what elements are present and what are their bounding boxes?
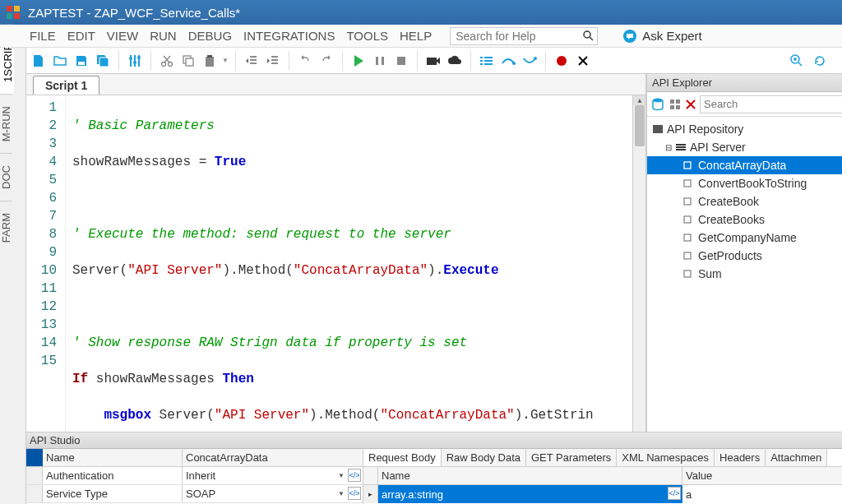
tab-get-params[interactable]: GET Parameters (526, 449, 617, 466)
expand-icon[interactable]: ⊟ (665, 143, 672, 152)
tab-doc[interactable]: DOC (0, 153, 12, 201)
grid-view-icon[interactable] (669, 98, 682, 111)
separator (118, 51, 119, 71)
copy-icon[interactable] (179, 52, 197, 70)
api-studio-panel: API Studio Name ConcatArrayData Authenti… (26, 432, 842, 504)
svg-rect-19 (186, 58, 193, 66)
svg-rect-56 (684, 180, 691, 187)
menu-run[interactable]: RUN (150, 29, 177, 43)
menu-view[interactable]: VIEW (107, 29, 138, 43)
record-icon[interactable] (553, 52, 571, 70)
outdent-icon[interactable] (243, 52, 261, 70)
svg-rect-45 (670, 99, 674, 104)
property-row-service-type[interactable]: Service Type SOAP▼</> (26, 485, 363, 503)
title-bar: ZAPTEST - ZAP_WCF_Service_Calls* (0, 0, 842, 25)
tree-node-method[interactable]: CreateBook (647, 192, 842, 210)
api-studio-title: API Studio (26, 432, 842, 449)
tab-raw-body[interactable]: Raw Body Data (442, 449, 526, 466)
menu-debug[interactable]: DEBUG (188, 29, 232, 43)
scroll-up-icon[interactable]: ▲ (633, 95, 645, 105)
sliders-icon[interactable] (126, 52, 144, 70)
tree-node-repository[interactable]: API Repository (647, 120, 842, 138)
tree-node-server[interactable]: ⊟ API Server (647, 138, 842, 156)
property-name-header: Name (43, 449, 183, 466)
camera-icon[interactable] (424, 52, 442, 70)
svg-rect-57 (684, 198, 691, 205)
tree-node-method[interactable]: GetCompanyName (647, 229, 842, 247)
redo-icon[interactable] (317, 52, 335, 70)
stop-icon[interactable] (392, 52, 410, 70)
edit-icon[interactable]: </> (348, 469, 361, 482)
api-search-input[interactable] (700, 95, 842, 113)
help-search-box[interactable] (450, 27, 598, 45)
new-file-icon[interactable] (30, 52, 48, 70)
vertical-scrollbar[interactable]: ▲ ▼ (632, 95, 645, 471)
property-row-authentication[interactable]: Authentication Inherit▼</> (26, 467, 363, 485)
server-icon (675, 143, 687, 151)
pause-icon[interactable] (371, 52, 389, 70)
save-icon[interactable] (72, 52, 90, 70)
separator (342, 51, 343, 71)
undo-icon[interactable] (296, 52, 314, 70)
paste-icon[interactable] (201, 52, 219, 70)
menu-tools[interactable]: TOOLS (346, 29, 388, 43)
left-vertical-tabs: 1SCRIPT M-RUN DOC FARM (0, 25, 26, 504)
cut-icon[interactable] (158, 52, 176, 70)
dropdown-icon[interactable]: ▼ (336, 469, 346, 482)
tab-farm[interactable]: FARM (0, 201, 12, 254)
tab-attachments[interactable]: Attachmen (766, 449, 827, 466)
menu-edit[interactable]: EDIT (67, 29, 95, 43)
method-icon (683, 252, 692, 260)
menu-integrations[interactable]: INTEGRATIONS (243, 29, 335, 43)
tree-node-method[interactable]: GetProducts (647, 247, 842, 265)
dropdown-icon[interactable]: ▼ (336, 487, 346, 500)
delete-icon[interactable] (685, 99, 696, 110)
property-selector[interactable] (26, 449, 43, 466)
tree-node-method[interactable]: ConvertBookToString (647, 174, 842, 192)
tab-xml-namespaces[interactable]: XML Namespaces (617, 449, 715, 466)
ask-expert-button[interactable]: Ask Expert (622, 29, 702, 44)
request-row[interactable]: ▸ array.a:string</> a (363, 485, 842, 503)
code-content[interactable]: ' Basic Parameters showRawMessages = Tru… (66, 95, 632, 471)
request-value-header: Value (682, 467, 842, 484)
tree-node-method[interactable]: ConcatArrayData (647, 156, 842, 174)
api-tree[interactable]: API Repository ⊟ API Server ConcatArrayD… (647, 117, 842, 484)
cloud-icon[interactable] (446, 52, 464, 70)
svg-rect-29 (382, 57, 384, 65)
tab-mrun[interactable]: M-RUN (0, 94, 12, 153)
step-out-icon[interactable] (520, 52, 539, 70)
step-over-icon[interactable] (499, 52, 517, 70)
search-icon[interactable] (582, 30, 594, 41)
svg-rect-7 (78, 62, 85, 65)
run-icon[interactable] (349, 52, 368, 70)
database-icon[interactable] (650, 97, 665, 112)
code-editor[interactable]: 123456789101112131415 ' Basic Parameters… (26, 95, 645, 471)
tree-node-method[interactable]: CreateBooks (647, 210, 842, 229)
svg-line-41 (798, 62, 802, 66)
indent-icon[interactable] (264, 52, 282, 70)
svg-rect-61 (684, 270, 691, 277)
svg-rect-55 (684, 162, 691, 169)
menu-file[interactable]: FILE (30, 29, 56, 43)
step-list-icon[interactable] (478, 52, 496, 70)
open-folder-icon[interactable] (51, 52, 69, 70)
zoom-in-icon[interactable] (788, 52, 806, 70)
help-search-input[interactable] (456, 28, 583, 44)
svg-point-12 (133, 61, 136, 64)
api-explorer-title: API Explorer (647, 74, 842, 92)
save-all-icon[interactable] (94, 52, 112, 70)
toolbar: ▼ (0, 48, 842, 74)
menu-help[interactable]: HELP (400, 29, 432, 43)
edit-icon[interactable]: </> (668, 487, 681, 500)
cancel-icon[interactable] (574, 52, 592, 70)
tab-headers[interactable]: Headers (715, 449, 766, 466)
script-tab-1[interactable]: Script 1 (33, 76, 99, 95)
edit-icon[interactable]: </> (348, 487, 361, 500)
refresh-icon[interactable] (811, 52, 829, 70)
separator (417, 51, 418, 71)
svg-rect-30 (397, 57, 405, 65)
tree-node-method[interactable]: Sum (647, 265, 842, 283)
svg-rect-1 (14, 6, 20, 12)
tab-request-body[interactable]: Request Body (363, 449, 442, 466)
scrollbar-thumb[interactable] (635, 105, 645, 146)
